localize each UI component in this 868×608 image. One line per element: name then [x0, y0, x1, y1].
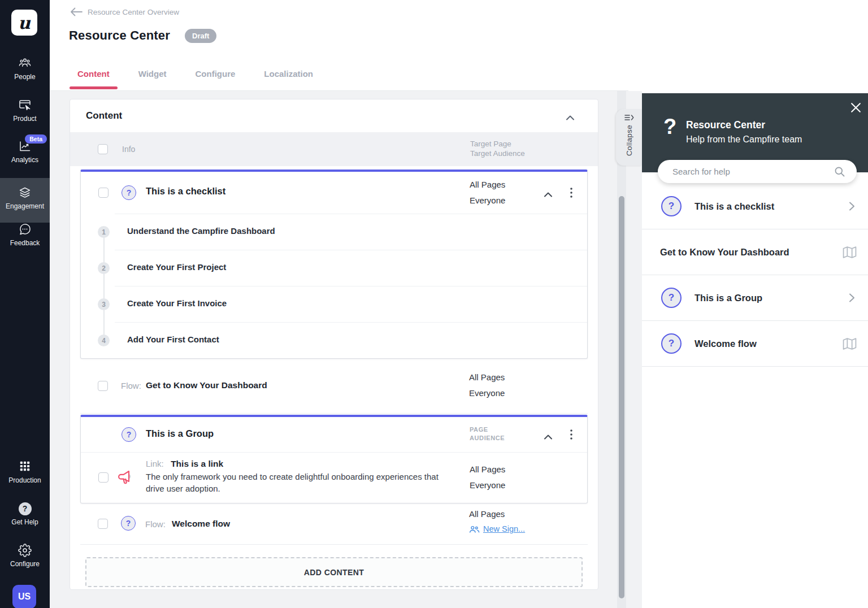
app-window: u People Product Beta Analytics Engagem — [0, 0, 868, 608]
tab-configure[interactable]: Configure — [196, 66, 236, 82]
select-all-checkbox[interactable] — [98, 144, 108, 154]
app-logo-letter: u — [18, 13, 31, 33]
row-checkbox[interactable] — [98, 381, 108, 391]
preview-item-welcome-flow[interactable]: ? Welcome flow — [642, 321, 868, 367]
target-audience-column-header: Target Audience — [470, 149, 525, 158]
kebab-menu-icon[interactable] — [570, 429, 572, 442]
user-avatar[interactable]: US — [12, 585, 36, 608]
beta-badge: Beta — [25, 134, 47, 144]
feedback-icon — [0, 223, 50, 236]
info-column-header: Info — [122, 145, 135, 154]
row-checkbox[interactable] — [98, 188, 108, 198]
preview-item-label: This is a checklist — [695, 201, 774, 212]
group-title: This is a Group — [146, 428, 214, 439]
preview-title: Resource Center — [686, 119, 765, 131]
group-header-row[interactable]: ? This is a Group PAGE AUDIENCE — [81, 417, 587, 452]
sidebar-item-feedback[interactable]: Feedback — [0, 223, 50, 247]
chevron-right-icon — [847, 201, 857, 211]
preview-item-label: Get to Know Your Dashboard — [660, 247, 789, 258]
sidebar-label: Configure — [0, 560, 50, 568]
question-circle-icon: ? — [661, 333, 682, 354]
sidebar-item-people[interactable]: People — [0, 57, 50, 81]
page-title: Resource Center — [69, 28, 170, 43]
close-icon[interactable] — [850, 102, 862, 114]
back-arrow-icon[interactable] — [70, 7, 83, 16]
flow-title: Get to Know Your Dashboard — [146, 380, 267, 390]
collapse-section-chevron-up-icon[interactable] — [566, 112, 574, 123]
sidebar-label: Analytics — [0, 156, 50, 164]
sidebar-item-analytics[interactable]: Beta Analytics — [0, 140, 50, 164]
sidebar-item-get-help[interactable]: ? Get Help — [0, 502, 50, 526]
chevron-up-icon[interactable] — [544, 432, 552, 442]
audience-segment-link[interactable]: New Sign... — [483, 522, 525, 537]
audience-people-icon — [469, 525, 480, 533]
link-title: This is a link — [171, 459, 223, 468]
preview-subtitle: Help from the Campfire team — [686, 134, 802, 145]
row-checkbox[interactable] — [98, 519, 108, 529]
add-content-button[interactable]: ADD CONTENT — [85, 557, 583, 587]
checklist-step-row[interactable]: 2 Create Your First Project — [81, 250, 587, 286]
checklist-header-row[interactable]: ? This is a checklist All Pages Everyone — [81, 172, 587, 214]
tab-widget[interactable]: Widget — [138, 66, 167, 82]
tab-content[interactable]: Content — [77, 66, 110, 82]
sidebar: u People Product Beta Analytics Engagem — [0, 0, 50, 608]
preview-question-mark-icon: ? — [663, 115, 676, 139]
collapse-panel-tab[interactable]: Collapse — [616, 109, 642, 166]
status-badge: Draft — [185, 29, 216, 43]
preview-item-group[interactable]: ? This is a Group — [642, 275, 868, 321]
row-type-label: Link: — [146, 459, 164, 468]
target-audience-value: Everyone — [469, 385, 505, 401]
row-type-label: Flow: — [121, 381, 141, 390]
collapse-tab-label: Collapse — [625, 125, 633, 156]
preview-item-dashboard-flow[interactable]: Get to Know Your Dashboard — [642, 229, 868, 275]
kebab-menu-icon[interactable] — [570, 188, 572, 200]
flow-row-welcome[interactable]: ? Flow: Welcome flow All Pages New Sign.… — [80, 503, 588, 545]
target-page-value: All Pages — [469, 370, 505, 385]
tab-localization[interactable]: Localization — [264, 66, 313, 82]
help-search-input[interactable] — [658, 160, 857, 183]
preview-header: ? Resource Center Help from the Campfire… — [642, 93, 868, 172]
app-logo[interactable]: u — [11, 10, 37, 36]
preview-item-label: This is a Group — [695, 293, 762, 303]
sidebar-item-product[interactable]: Product — [0, 98, 50, 123]
target-page-value: All Pages — [470, 462, 505, 477]
step-number-badge: 4 — [98, 335, 110, 346]
scrollbar-thumb[interactable] — [619, 196, 624, 598]
production-grid-icon — [0, 460, 50, 474]
checklist-title: This is a checklist — [146, 186, 225, 197]
checklist-step-row[interactable]: 1 Understand the Campfire Dashboard — [81, 214, 587, 250]
step-label: Understand the Campfire Dashboard — [127, 226, 275, 236]
sidebar-item-engagement[interactable]: Engagement — [0, 178, 50, 223]
map-icon — [843, 246, 857, 259]
checklist-step-row[interactable]: 4 Add Your First Contact — [81, 322, 587, 358]
resource-center-preview-panel: ? Resource Center Help from the Campfire… — [642, 0, 868, 608]
help-search-bar — [658, 160, 857, 183]
sidebar-label: Get Help — [0, 518, 50, 526]
row-type-label: Flow: — [145, 519, 166, 529]
target-page-value: All Pages — [470, 177, 505, 193]
checklist-step-row[interactable]: 3 Create Your First Invoice — [81, 286, 587, 322]
map-icon — [843, 337, 857, 350]
sidebar-item-production[interactable]: Production — [0, 460, 50, 484]
row-checkbox[interactable] — [98, 472, 108, 483]
breadcrumb[interactable]: Resource Center Overview — [70, 7, 179, 16]
step-number-badge: 3 — [98, 298, 110, 310]
flow-row-dashboard[interactable]: Flow: Get to Know Your Dashboard All Pag… — [80, 359, 588, 414]
megaphone-icon — [116, 468, 135, 486]
sidebar-label: People — [0, 73, 50, 81]
link-row[interactable]: Link: This is a link The only framework … — [81, 452, 587, 503]
question-circle-icon: ? — [121, 516, 136, 531]
content-section-card: Content Info Target Page Target Audience — [70, 99, 598, 590]
product-icon — [0, 98, 50, 112]
chevron-up-icon[interactable] — [544, 189, 552, 199]
sidebar-item-configure[interactable]: Configure — [0, 544, 50, 568]
preview-item-label: Welcome flow — [695, 338, 757, 349]
search-icon[interactable] — [834, 166, 845, 177]
link-description: The only framework you need to create de… — [146, 471, 454, 494]
preview-item-checklist[interactable]: ? This is a checklist — [642, 184, 868, 229]
step-label: Add Your First Contact — [127, 335, 219, 344]
main-content-area: Content Info Target Page Target Audience — [50, 91, 642, 608]
content-section-title: Content — [86, 110, 122, 121]
step-number-badge: 1 — [98, 226, 110, 238]
target-audience-value: Everyone — [470, 193, 505, 209]
